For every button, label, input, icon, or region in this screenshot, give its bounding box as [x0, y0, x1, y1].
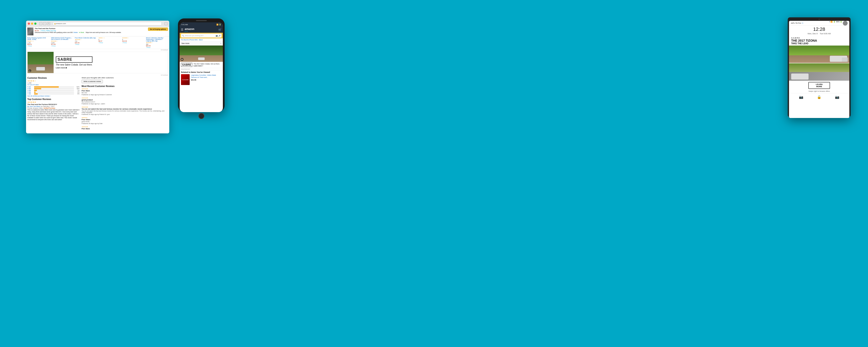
search-placeholder-text: What are you looking for?	[185, 35, 203, 37]
star-bar-5-fill	[34, 86, 59, 88]
related-item-1: Corvette Legendary Corvettes: Vettes Mad…	[181, 74, 222, 85]
recent-review-3-title: You do not watch the fast and furious mo…	[82, 108, 168, 110]
recent-review-3: ★★★★★ You do not watch the fast and furi…	[82, 106, 168, 115]
url-bar[interactable]: 🔒 amazon.com	[53, 22, 162, 25]
phone-play-button[interactable]: ▶	[181, 58, 184, 61]
star-bar-2: 2 star 4%	[27, 91, 80, 93]
ad-play-button[interactable]: ▶	[29, 69, 31, 72]
phone-ad-image: ▶	[180, 45, 223, 62]
sabre-logo: SABRE	[56, 56, 92, 63]
related-item-info: Legendary Corvettes: Vettes Made Famous …	[191, 74, 222, 81]
close-window-button[interactable]	[28, 23, 30, 25]
star-bar-1-pct: 9%	[75, 93, 80, 95]
buy-button[interactable]: See all buying options	[148, 28, 168, 31]
recent-review-4: ★★★★☆ Four Stars good movie Published 26…	[82, 117, 168, 124]
tablet-body: Jeff's 7th Fire ⓘ f 📶 🔋 99% 🔋 12:28 Mon,…	[788, 18, 850, 117]
star-bar-1-label: 1 star	[27, 93, 33, 95]
top-review-text: This is a awesome action filled movie an…	[27, 109, 80, 121]
details-link[interactable]: Details	[73, 32, 78, 33]
hamburger-icon[interactable]: ☰	[181, 28, 183, 31]
cart-icon[interactable]: 🛒	[218, 28, 222, 31]
related-item-title: Legendary Corvettes: Vettes Made Famous …	[191, 74, 222, 78]
star-bar-1: 1 star 9%	[27, 93, 80, 95]
search-icon: 🔍	[182, 35, 184, 37]
tablet-learn-more-button[interactable]: LEARN MORE	[808, 82, 830, 89]
tablet-status-bar: Jeff's 7th Fire ⓘ f 📶 🔋 99% 🔋	[789, 21, 849, 26]
recent-review-1-date: Published 12 days ago by Amazon Customer	[82, 94, 168, 95]
desktop-browser: ‹ › ↻ 🔒 amazon.com ↑ The Fast and the Fu…	[26, 21, 169, 133]
star-bar-2-pct: 4%	[75, 91, 80, 93]
phone-status-time: 9:41 AM	[181, 24, 188, 26]
prime-label: prime	[185, 31, 194, 32]
phone-ad-text: The 2017 Sabre Colada. Get out there.	[193, 63, 220, 65]
browser-nav: ‹ › ↻	[39, 22, 50, 25]
browser-content-area: The Fast and the Furious $9.99 ✓ Prime |…	[26, 27, 169, 133]
see-all-reviews-link[interactable]: See all verified purchase reviews ›	[27, 95, 80, 97]
tablet-lock-icon: 🔒	[817, 95, 822, 99]
wifi-icon: 📶	[831, 21, 833, 26]
forward-button[interactable]: ›	[43, 22, 46, 25]
recent-review-4-date: Published 26 days ago by Dale	[82, 123, 168, 124]
phone-ad-learn-more[interactable]: Learn more »	[193, 65, 220, 67]
refresh-button[interactable]: ↻	[47, 22, 50, 25]
star-bar-5-label: 5 star	[27, 86, 33, 88]
tablet-sabre-tagline: TAKE THE LEAD	[791, 42, 847, 45]
reviews-section: Customer Reviews ★★★★☆ 1,286 4.6 out of …	[26, 76, 169, 132]
back-button[interactable]: ‹	[39, 22, 42, 25]
most-recent-reviews-section: Most Recent Customer Reviews ★★★★★ Five …	[82, 85, 168, 130]
phone-home-button[interactable]	[198, 113, 205, 119]
tablet-car-2-top	[842, 58, 848, 62]
out-of-stars: 4.6 out of 5 stars	[27, 84, 80, 86]
related-items-title: Related to Items You've Viewed	[181, 71, 222, 73]
product-thumbnail	[27, 28, 33, 35]
related-item-thumbnail: Corvette	[181, 74, 190, 85]
delivery-text: Delivered tomorrow for FREE with qualify…	[35, 32, 147, 33]
recent-review-2-date: Published 13 days ago by s. salem	[82, 103, 168, 104]
tablet-sky-bg	[789, 45, 849, 56]
most-recent-title: Most Recent Customer Reviews	[82, 85, 168, 87]
advertisement-banner: ▶ SABRE The new Sabre Colada. Get out th…	[27, 52, 168, 73]
star-bar-3-pct: 7%	[75, 90, 80, 91]
minimize-window-button[interactable]	[31, 23, 33, 25]
star-bar-4-fill	[34, 88, 41, 89]
tablet-lock-bar: 📷 🔒 📷	[789, 93, 849, 101]
recent-review-4-title: Four Stars	[82, 119, 168, 121]
star-bars: 5 star 62% 4 star 18% 3 st	[27, 86, 80, 95]
ad-car-visual	[36, 67, 45, 70]
url-text: amazon.com	[56, 23, 66, 25]
product-price: $9.99	[35, 30, 39, 32]
carousel-item-4: ★★★☆☆ 6 $8.57 ✓Prime	[98, 37, 120, 48]
phone-trees-bg	[180, 45, 223, 56]
share-thoughts-text: Share your thoughts with other customers	[82, 77, 168, 79]
review-format-row: Format: Amazon Video Verified Purchase	[27, 107, 80, 109]
ad-tagline: The new Sabre Colada. Get out there.	[56, 64, 92, 66]
recent-review-5: ★★★★★ Five Stars	[82, 126, 168, 130]
tablet-car-image-bottom	[789, 63, 849, 81]
recent-review-1: ★★★★★ Five Stars like new Published 12 d…	[82, 88, 168, 95]
phone-sabre-logo: SABRE	[181, 63, 192, 67]
phone-search-bar: 🔍 What are you looking for? 📷 🎤	[180, 33, 223, 38]
star-bar-3-bg	[34, 90, 74, 91]
write-review-button[interactable]: Write a customer review	[82, 80, 103, 83]
reviews-left-column: Customer Reviews ★★★★☆ 1,286 4.6 out of …	[27, 77, 80, 131]
phone-status-icons: 📶 🔋	[216, 24, 221, 26]
share-button[interactable]: ↑	[164, 22, 167, 25]
ad-feedback-label: Ad feedback	[26, 74, 169, 76]
recent-review-3-date: Published 24 days ago by Patrick M. Lyon	[82, 114, 168, 115]
phone-status-bar: 9:41 AM 📶 🔋	[180, 22, 223, 27]
tablet-status-name: Jeff's 7th Fire	[791, 22, 801, 24]
camera-icon: 📷	[216, 35, 218, 37]
review-format: Format: Amazon Video	[27, 107, 43, 109]
tablet-status-right: f 📶 🔋 99% 🔋	[829, 21, 847, 26]
star-bar-5-pct: 62%	[75, 86, 80, 88]
phone-sabre-text-area: The 2017 Sabre Colada. Get out there. Le…	[193, 63, 220, 67]
phone-search-input[interactable]: 🔍 What are you looking for? 📷 🎤	[181, 34, 222, 37]
see-more-button[interactable]: See more ›	[180, 41, 223, 45]
star-bar-2-bg	[34, 92, 74, 93]
carousel-item-1: Body Shaping System DVD (Multi, Small) ★…	[27, 37, 49, 48]
top-review-stars: ★★★★★	[27, 101, 80, 103]
maximize-window-button[interactable]	[34, 23, 36, 25]
ad-learn-more-link[interactable]: Learn more ▶	[56, 67, 92, 69]
review-date: on February 7, 2017	[41, 106, 55, 107]
recent-review-3-stars: ★★★★★	[82, 106, 168, 108]
